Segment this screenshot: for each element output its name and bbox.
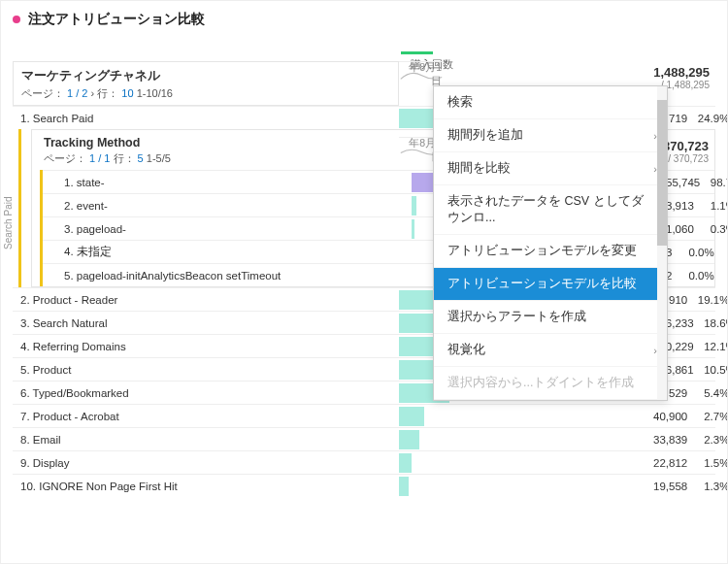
menu-item[interactable]: 検索 — [434, 86, 667, 119]
table-row[interactable]: 7. Product - Acrobat40,900 2.7% — [13, 404, 715, 427]
menu-scroll-thumb[interactable] — [657, 100, 667, 246]
report-panel: 注文アトリビューション比較 購入回数 マーケティングチャネル ページ： 1 / … — [0, 0, 728, 564]
table-row[interactable]: 8. Email33,839 2.3% — [13, 427, 715, 450]
dim2-box[interactable]: Tracking Method ページ： 1 / 1 行： 5 1-5/5 — [32, 130, 399, 170]
title-row: 注文アトリビューション比較 — [13, 11, 715, 28]
menu-item[interactable]: 選択からアラートを作成 — [434, 301, 667, 334]
dim1-pager: ページ： 1 / 2 › 行： 10 1-10/16 — [21, 86, 390, 101]
table-row[interactable]: 10. IGNORE Non Page First Hit19,558 1.3% — [13, 474, 715, 497]
dim1-sparkline: 年8月1日 — [399, 61, 444, 88]
dim1-date: 年8月1日 — [399, 61, 442, 88]
dim1-rows-link[interactable]: 10 — [121, 87, 133, 99]
dim2-title: Tracking Method — [44, 136, 391, 149]
menu-item[interactable]: 選択内容から...トダイントを作成 — [434, 367, 667, 400]
dim1-title: マーケティングチャネル — [21, 68, 390, 84]
menu-item[interactable]: 表示されたデータを CSV としてダウンロ... — [434, 185, 667, 235]
menu-item[interactable]: 期間列を追加› — [434, 119, 667, 152]
menu-item[interactable]: アトリビューションモデルを変更 — [434, 235, 667, 268]
menu-scrollbar[interactable] — [657, 86, 667, 400]
dim2-pager: ページ： 1 / 1 行： 5 1-5/5 — [44, 151, 391, 166]
table-row[interactable]: 9. Display22,812 1.5% — [13, 450, 715, 474]
bullet-icon — [13, 16, 20, 23]
side-label: Search Paid — [3, 197, 14, 249]
dim1-box[interactable]: マーケティングチャネル ページ： 1 / 2 › 行： 10 1-10/16 — [13, 61, 399, 106]
menu-item[interactable]: 期間を比較› — [434, 152, 667, 185]
menu-item[interactable]: 視覚化› — [434, 334, 667, 367]
menu-item[interactable]: アトリビューションモデルを比較 — [434, 268, 667, 301]
report-title: 注文アトリビューション比較 — [28, 11, 205, 28]
dim1-page-link[interactable]: 1 / 2 — [67, 87, 87, 99]
context-menu: 検索期間列を追加›期間を比較›表示されたデータを CSV としてダウンロ...ア… — [433, 85, 668, 401]
